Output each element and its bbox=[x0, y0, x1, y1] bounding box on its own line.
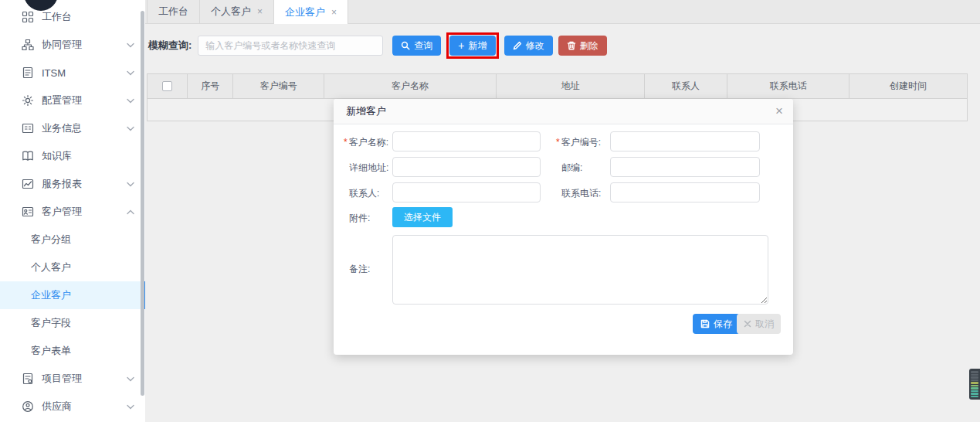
choose-file-button[interactable]: 选择文件 bbox=[392, 207, 453, 227]
sidebar-item-label: 协同管理 bbox=[42, 38, 127, 52]
sidebar-menu: 工作台 协同管理 ITSM 配置管理 业务信息 知识库 bbox=[0, 3, 145, 420]
sidebar-item-business-info[interactable]: 业务信息 bbox=[0, 114, 145, 142]
column-header-address: 地址 bbox=[497, 74, 645, 98]
column-header-phone: 联系电话 bbox=[727, 74, 849, 98]
org-icon bbox=[22, 39, 35, 52]
customer-name-field[interactable] bbox=[392, 131, 541, 151]
sidebar: 工作台 协同管理 ITSM 配置管理 业务信息 知识库 bbox=[0, 0, 145, 422]
sidebar-item-label: 客户管理 bbox=[42, 205, 127, 219]
sidebar-item-config[interactable]: 配置管理 bbox=[0, 87, 145, 114]
screen-overlay-widget bbox=[969, 369, 980, 400]
tab-bar: 工作台 个人客户 × 企业客户 × bbox=[145, 0, 980, 24]
sidebar-item-label: 企业客户 bbox=[31, 288, 131, 302]
sidebar-item-enterprise-customers[interactable]: 企业客户 bbox=[0, 281, 145, 309]
phone-field[interactable] bbox=[610, 182, 760, 202]
modal-header: 新增客户 bbox=[334, 99, 793, 124]
select-all-cell bbox=[148, 74, 188, 98]
query-button[interactable]: 查询 bbox=[392, 36, 441, 56]
sidebar-item-customer-forms[interactable]: 客户表单 bbox=[0, 337, 145, 365]
supplier-person-icon bbox=[22, 400, 35, 413]
attachment-label: 附件: bbox=[349, 212, 370, 225]
contact-field[interactable] bbox=[392, 182, 541, 202]
id-card-icon bbox=[22, 206, 35, 219]
tab-close-icon[interactable]: × bbox=[331, 8, 337, 17]
sidebar-item-itsm[interactable]: ITSM bbox=[0, 59, 145, 87]
trash-icon bbox=[567, 41, 576, 50]
column-header-contact: 联系人 bbox=[645, 74, 727, 98]
sidebar-scrollbar[interactable] bbox=[141, 11, 144, 396]
contact-label: 联系人: bbox=[349, 187, 379, 200]
sidebar-item-suppliers[interactable]: 供应商 bbox=[0, 393, 145, 420]
sidebar-item-label: 业务信息 bbox=[42, 121, 127, 135]
sidebar-item-label: 供应商 bbox=[42, 400, 127, 413]
chevron-down-icon bbox=[127, 182, 134, 187]
add-button[interactable]: + 新增 bbox=[449, 36, 495, 56]
sidebar-item-project-management[interactable]: 项目管理 bbox=[0, 365, 145, 393]
document-list-icon bbox=[22, 66, 35, 80]
sidebar-item-customer-management[interactable]: 客户管理 bbox=[0, 198, 145, 226]
plus-icon: + bbox=[458, 40, 464, 51]
sidebar-item-label: 客户字段 bbox=[31, 316, 134, 330]
table-header-row: 序号 客户编号 客户名称 地址 联系人 联系电话 创建时间 bbox=[148, 74, 967, 99]
tab-enterprise-customers[interactable]: 企业客户 × bbox=[274, 0, 348, 24]
sidebar-item-label: ITSM bbox=[42, 67, 127, 79]
chevron-down-icon bbox=[127, 404, 134, 410]
zip-field[interactable] bbox=[610, 157, 760, 177]
tab-personal-customers[interactable]: 个人客户 × bbox=[200, 0, 274, 23]
customer-code-label: *客户编号: bbox=[556, 136, 601, 149]
zip-label: 邮编: bbox=[561, 162, 582, 175]
search-icon bbox=[401, 41, 410, 50]
sidebar-item-personal-customers[interactable]: 个人客户 bbox=[0, 254, 145, 281]
edit-button[interactable]: 修改 bbox=[504, 36, 553, 56]
chevron-down-icon bbox=[127, 376, 134, 382]
address-field[interactable] bbox=[392, 157, 541, 177]
tab-workbench[interactable]: 工作台 bbox=[147, 0, 200, 23]
floppy-icon bbox=[700, 319, 710, 328]
close-icon[interactable]: × bbox=[775, 103, 783, 120]
search-label: 模糊查询: bbox=[148, 39, 192, 53]
save-button[interactable]: 保存 bbox=[693, 314, 740, 334]
delete-button[interactable]: 删除 bbox=[558, 36, 607, 56]
sidebar-item-label: 配置管理 bbox=[42, 94, 127, 107]
chevron-down-icon bbox=[127, 126, 134, 131]
sidebar-item-label: 个人客户 bbox=[31, 260, 134, 274]
remark-label: 备注: bbox=[349, 263, 370, 276]
customer-code-field[interactable] bbox=[610, 131, 760, 151]
tab-label: 个人客户 bbox=[211, 5, 251, 19]
remark-textarea[interactable] bbox=[392, 235, 768, 305]
project-doc-icon bbox=[22, 373, 35, 386]
sidebar-item-knowledge-base[interactable]: 知识库 bbox=[0, 142, 145, 170]
sidebar-item-collaboration[interactable]: 协同管理 bbox=[0, 31, 145, 59]
column-header-index: 序号 bbox=[188, 74, 233, 98]
select-all-checkbox[interactable] bbox=[162, 81, 172, 91]
card-list-icon bbox=[22, 122, 35, 135]
chevron-down-icon bbox=[127, 70, 134, 76]
sidebar-item-label: 客户表单 bbox=[31, 344, 134, 358]
book-icon bbox=[22, 150, 35, 163]
sidebar-item-customer-groups[interactable]: 客户分组 bbox=[0, 226, 145, 254]
sidebar-item-label: 客户分组 bbox=[31, 233, 134, 247]
modal-title: 新增客户 bbox=[346, 104, 386, 118]
chevron-down-icon bbox=[127, 98, 134, 104]
x-icon bbox=[744, 320, 751, 328]
chart-icon bbox=[22, 178, 35, 191]
phone-label: 联系电话: bbox=[561, 187, 601, 200]
sidebar-item-customer-fields[interactable]: 客户字段 bbox=[0, 309, 145, 337]
chevron-down-icon bbox=[127, 43, 134, 48]
search-input[interactable] bbox=[198, 36, 383, 56]
column-header-code: 客户编号 bbox=[233, 74, 324, 98]
sidebar-item-label: 知识库 bbox=[42, 149, 134, 163]
sidebar-item-label: 工作台 bbox=[42, 10, 134, 24]
address-label: 详细地址: bbox=[349, 162, 388, 175]
chevron-up-icon bbox=[127, 209, 134, 215]
column-header-created: 创建时间 bbox=[849, 74, 967, 98]
tab-close-icon[interactable]: × bbox=[257, 7, 263, 16]
search-toolbar: 模糊查询: 查询 + 新增 修改 删除 bbox=[145, 24, 980, 59]
required-mark: * bbox=[556, 137, 560, 148]
sidebar-item-workbench[interactable]: 工作台 bbox=[0, 3, 145, 31]
tab-label: 工作台 bbox=[158, 5, 188, 19]
sidebar-item-label: 项目管理 bbox=[42, 372, 127, 386]
sidebar-item-service-reports[interactable]: 服务报表 bbox=[0, 170, 145, 198]
required-mark: * bbox=[344, 137, 348, 148]
tab-label: 企业客户 bbox=[285, 5, 325, 19]
